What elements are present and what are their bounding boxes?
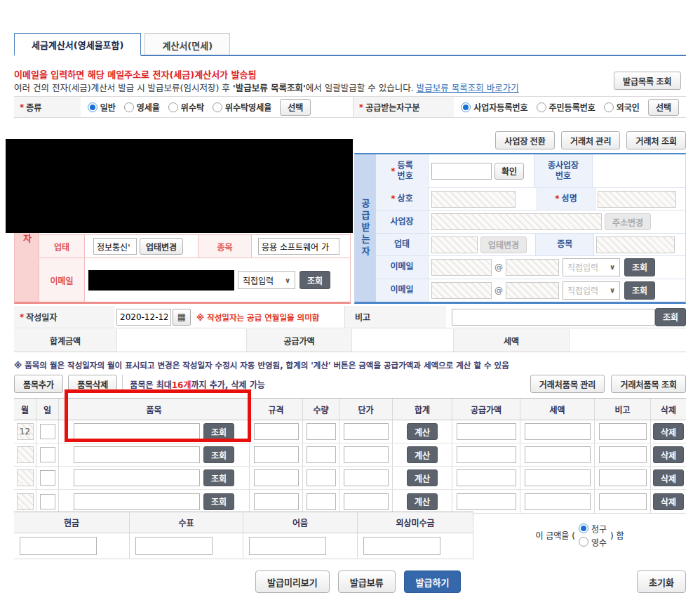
item-remark-input[interactable] xyxy=(599,493,647,510)
buyer-saeopjang-input xyxy=(431,213,602,230)
item-remark-input[interactable] xyxy=(599,469,647,486)
recipient-option-foreigner[interactable]: 외국인 xyxy=(604,101,640,113)
item-delete-button[interactable]: 품목삭제 xyxy=(68,375,117,393)
buyer-email2-search-button[interactable]: 조회 xyxy=(624,281,655,300)
item-price-input[interactable] xyxy=(344,469,389,486)
buyer-email1-search-button[interactable]: 조회 xyxy=(624,258,655,276)
item-qty-input[interactable] xyxy=(307,446,336,463)
receipt-radio[interactable] xyxy=(579,537,588,547)
recipient-radio-foreigner[interactable] xyxy=(604,102,614,112)
kind-label-text: 종류 xyxy=(26,101,41,113)
item-delete-row-button[interactable]: 삭제 xyxy=(653,493,684,510)
item-search-button[interactable]: 조회 xyxy=(203,493,234,510)
buyer-regno-confirm-button[interactable]: 확인 xyxy=(494,163,524,180)
kind-select-button[interactable]: 선택 xyxy=(280,99,311,116)
kind-option-general[interactable]: 일반 xyxy=(88,101,116,113)
item-spec-input[interactable] xyxy=(254,423,299,440)
item-calc-button[interactable]: 계산 xyxy=(407,423,438,440)
item-tax-input[interactable] xyxy=(525,493,591,510)
item-day-input[interactable] xyxy=(40,424,55,439)
kind-radio-consign[interactable] xyxy=(168,102,178,112)
item-spec-input[interactable] xyxy=(254,493,299,510)
partner-item-search-button[interactable]: 거래처품목 조회 xyxy=(611,375,686,393)
item-remark-input[interactable] xyxy=(599,423,647,440)
item-supply-input[interactable] xyxy=(457,469,516,486)
recipient-select-button[interactable]: 선택 xyxy=(648,99,679,116)
partner-item-manage-button[interactable]: 거래처품목 관리 xyxy=(530,375,605,393)
item-supply-input[interactable] xyxy=(457,493,516,510)
partner-manage-button[interactable]: 거래처 관리 xyxy=(561,131,621,149)
issue-list-search-button[interactable]: 발급목록 조회 xyxy=(614,72,681,90)
item-row-3: 조회 계산 삭제 xyxy=(14,467,686,490)
item-delete-row-button[interactable]: 삭제 xyxy=(653,446,684,463)
kind-radio-general[interactable] xyxy=(88,102,97,112)
item-search-button[interactable]: 조회 xyxy=(203,469,234,486)
chevron-down-icon: ∨ xyxy=(610,286,615,294)
check-input[interactable] xyxy=(135,537,213,555)
item-day-input[interactable] xyxy=(40,494,55,509)
item-delete-row-button[interactable]: 삭제 xyxy=(653,469,684,486)
kind-option-consign[interactable]: 위수탁 xyxy=(168,101,204,113)
switch-workplace-button[interactable]: 사업장 전환 xyxy=(495,131,555,149)
item-day-input[interactable] xyxy=(40,447,55,462)
item-remark-input[interactable] xyxy=(599,446,647,463)
claim-radio[interactable] xyxy=(579,523,588,533)
item-qty-input[interactable] xyxy=(307,423,336,440)
receipt-option[interactable]: 영수 xyxy=(579,536,607,548)
reset-button[interactable]: 초기화 xyxy=(637,570,686,593)
tab-tax-invoice[interactable]: 세금계산서(영세율포함) xyxy=(14,33,141,56)
item-spec-input[interactable] xyxy=(254,446,299,463)
recipient-radio-resident[interactable] xyxy=(537,102,546,112)
recipient-option-resident[interactable]: 주민등록번호 xyxy=(537,101,595,113)
recipient-option-business[interactable]: 사업자등록번호 xyxy=(461,101,527,113)
item-calc-button[interactable]: 계산 xyxy=(407,493,438,510)
item-name-input[interactable] xyxy=(74,423,200,440)
supplier-email-domain-select[interactable]: 직접입력 ∨ xyxy=(238,271,295,289)
item-search-button[interactable]: 조회 xyxy=(203,423,234,440)
supplier-email-search-button[interactable]: 조회 xyxy=(299,271,330,289)
calendar-icon[interactable]: ▦ xyxy=(173,309,191,326)
item-price-input[interactable] xyxy=(344,423,389,440)
note-input[interactable] xyxy=(249,537,326,555)
item-supply-input[interactable] xyxy=(457,423,516,440)
item-spec-input[interactable] xyxy=(254,469,299,486)
item-price-input[interactable] xyxy=(344,493,389,510)
recipient-radio-business[interactable] xyxy=(461,102,471,112)
tab-invoice-exempt[interactable]: 계산서(면세) xyxy=(144,33,230,56)
email-notice: 이메일을 입력하면 해당 메일주소로 전자(세금)계산서가 발송됨 xyxy=(14,67,256,81)
bigo-search-button[interactable]: 조회 xyxy=(655,308,686,326)
claim-option[interactable]: 청구 xyxy=(579,523,607,535)
supplier-uptae-change-button[interactable]: 업태변경 xyxy=(140,238,183,255)
item-tax-input[interactable] xyxy=(525,446,591,463)
date-input[interactable] xyxy=(116,309,171,326)
item-search-button[interactable]: 조회 xyxy=(203,446,234,463)
hold-list-shortcut-link[interactable]: 발급보류 목록조회 바로가기 xyxy=(417,83,519,93)
kind-radio-consign-zero[interactable] xyxy=(213,102,222,112)
credit-input[interactable] xyxy=(363,537,440,555)
date-note: ※ 작성일자는 공급 연월일을 의미함 xyxy=(196,312,319,323)
buyer-regno-input[interactable] xyxy=(431,163,492,180)
supplier-uptae-input[interactable] xyxy=(93,238,137,255)
item-name-input[interactable] xyxy=(74,446,200,463)
supplier-jongmok-input[interactable] xyxy=(258,238,339,255)
item-supply-input[interactable] xyxy=(457,446,516,463)
item-delete-row-button[interactable]: 삭제 xyxy=(653,423,684,440)
partner-search-button[interactable]: 거래처 조회 xyxy=(626,131,686,149)
item-calc-button[interactable]: 계산 xyxy=(407,469,438,486)
kind-radio-zero-rate[interactable] xyxy=(124,102,134,112)
item-qty-input[interactable] xyxy=(307,493,336,510)
recipient-option-label: 사업자등록번호 xyxy=(473,101,527,113)
kind-option-consign-zero[interactable]: 위수탁영세율 xyxy=(213,101,271,113)
item-qty-input[interactable] xyxy=(307,469,336,486)
bigo-input[interactable] xyxy=(452,309,655,326)
item-calc-button[interactable]: 계산 xyxy=(407,446,438,463)
item-price-input[interactable] xyxy=(344,446,389,463)
cash-input[interactable] xyxy=(20,537,97,555)
item-name-input[interactable] xyxy=(74,493,200,510)
item-add-button[interactable]: 품목추가 xyxy=(14,375,63,393)
item-tax-input[interactable] xyxy=(525,469,591,486)
item-tax-input[interactable] xyxy=(525,423,591,440)
kind-option-zero-rate[interactable]: 영세율 xyxy=(124,101,160,113)
item-day-input[interactable] xyxy=(40,470,55,486)
item-name-input[interactable] xyxy=(74,469,200,486)
